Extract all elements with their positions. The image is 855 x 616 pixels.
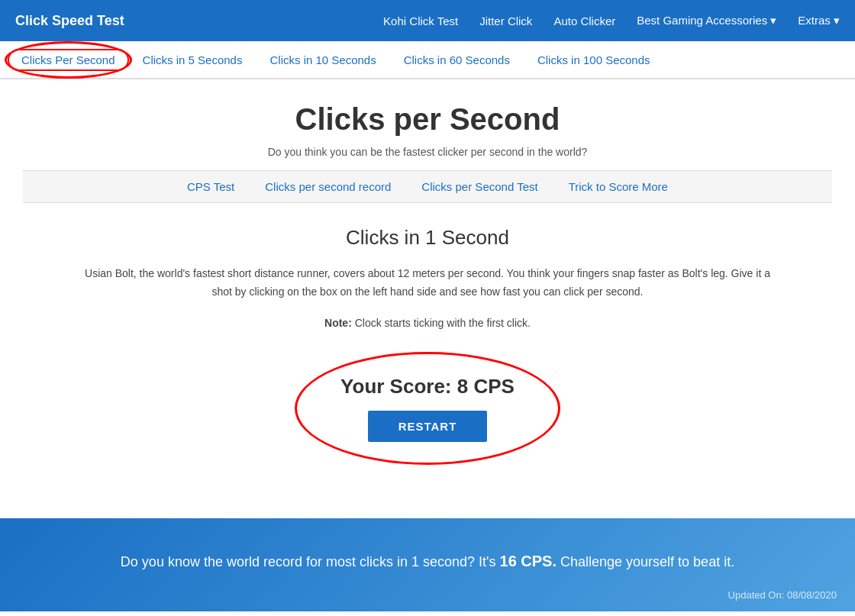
note-text: Note: Clock starts ticking with the firs… (23, 317, 832, 329)
score-oval (295, 352, 560, 465)
tab-clicks-60s[interactable]: Clicks in 60 Seconds (390, 41, 524, 78)
page-subtitle: Do you think you can be the fastest clic… (23, 146, 832, 158)
sub-link-record[interactable]: Clicks per second record (265, 180, 391, 193)
bottom-banner: Do you know the world record for most cl… (0, 518, 855, 611)
banner-text: Do you know the world record for most cl… (23, 549, 832, 573)
section-title: Clicks in 1 Second (23, 226, 832, 250)
banner-text-before: Do you know the world record for most cl… (121, 554, 500, 569)
banner-updated: Updated On: 08/08/2020 (728, 589, 837, 601)
page-main-title: Clicks per Second (23, 102, 832, 137)
note-content: Clock starts ticking with the first clic… (352, 317, 531, 329)
nav-best-gaming[interactable]: Best Gaming Accessories (637, 14, 776, 27)
sub-link-cps-test2[interactable]: Clicks per Second Test (421, 180, 537, 193)
sub-link-trick[interactable]: Trick to Score More (569, 180, 668, 193)
top-nav-links: Kohi Click Test Jitter Click Auto Clicke… (383, 14, 840, 27)
sub-links-bar: CPS Test Clicks per second record Clicks… (23, 170, 832, 203)
second-nav: Clicks Per Second Clicks in 5 Seconds Cl… (0, 41, 855, 79)
sub-link-cps-test[interactable]: CPS Test (187, 180, 234, 193)
section-description: Usian Bolt, the world's fastest short di… (84, 265, 771, 302)
brand-logo[interactable]: Click Speed Test (15, 13, 124, 29)
nav-jitter-click[interactable]: Jitter Click (479, 15, 532, 27)
nav-kohi-click-test[interactable]: Kohi Click Test (383, 15, 458, 27)
tab-clicks-10s[interactable]: Clicks in 10 Seconds (256, 41, 389, 78)
note-label: Note: (324, 317, 352, 329)
score-area: Your Score: 8 CPS RESTART (295, 352, 560, 465)
banner-text-after: Challenge yourself to beat it. (557, 554, 734, 569)
tab-clicks-per-second-wrapper: Clicks Per Second (8, 49, 129, 71)
tab-clicks-per-second[interactable]: Clicks Per Second (8, 49, 129, 71)
main-content: Clicks per Second Do you think you can b… (8, 79, 847, 488)
tab-clicks-5s[interactable]: Clicks in 5 Seconds (129, 41, 256, 78)
top-nav: Click Speed Test Kohi Click Test Jitter … (0, 0, 855, 41)
banner-highlight: 16 CPS. (500, 553, 557, 569)
tab-clicks-100s[interactable]: Clicks in 100 Seconds (524, 41, 664, 78)
nav-extras[interactable]: Extras (798, 14, 840, 27)
nav-auto-clicker[interactable]: Auto Clicker (553, 15, 615, 27)
